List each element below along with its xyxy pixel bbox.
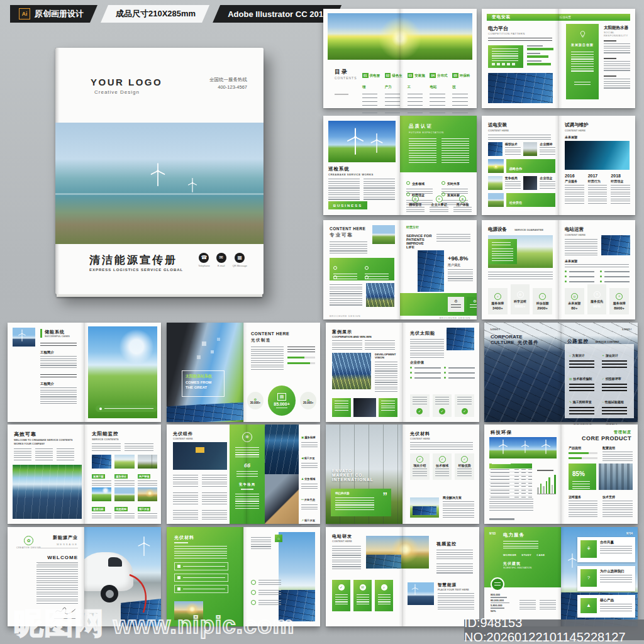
wind-turbine-icon	[567, 551, 577, 570]
text-lines	[569, 360, 594, 368]
page-right: 发展源自创新 太阳能热水器 SOCIAL RESPONSIBILITY	[558, 9, 635, 108]
header-bar: Ai 原创画册设计 成品尺寸210X285mm Adobe Illustrato…	[10, 5, 341, 23]
photo-caption-pill	[96, 405, 157, 412]
spread-power-service: N°03 电力服务 WORKER STUDY CASE 光伏建筑 SCIENTI…	[484, 527, 638, 626]
spread-power-equipment: 电源设备 SERVICE GUARANTEE ⌕服务保障3400+ ♻科学运维6…	[482, 220, 635, 319]
photo-solar-farm	[13, 465, 82, 519]
photo-floating-solar	[265, 425, 299, 474]
photo-thumb	[488, 176, 502, 190]
text-lines	[602, 360, 627, 368]
text-lines	[406, 207, 425, 212]
text-lines	[332, 340, 362, 350]
cover-title: 清洁能源宣传册	[89, 253, 177, 267]
toc-num: 04	[430, 73, 436, 78]
page-left: N°03 电力服务 WORKER STUDY CASE 光伏建筑 SCIENTI…	[484, 527, 561, 626]
page-kicker: CONTENT HERE	[251, 331, 289, 336]
page-left: CONTENT HERE 专业可靠 BROCHURE DESIGN	[323, 220, 400, 319]
quote-box-green: 我们的优势 ”	[331, 489, 391, 516]
spread-substation-install: 变电安装 行业前景 电力平台 COMPETITION PATTERN	[482, 9, 635, 108]
text-lines	[335, 497, 374, 511]
telephone-icon: ☎	[199, 253, 209, 263]
tag: STUDY	[521, 553, 531, 557]
text-lines	[40, 374, 77, 379]
percent-value: 85%	[572, 470, 585, 477]
timeline-year: 2016	[565, 174, 584, 178]
text-lines	[588, 185, 608, 204]
text-lines	[332, 546, 361, 571]
page-right: 光伏太阳能 企业价值 ✓ ✓ ✓	[402, 323, 479, 422]
service-label: 性能试验规程	[605, 400, 624, 404]
stat-value: 6800+	[515, 304, 526, 308]
stat-cards: ◎未来展望80+ ⚗服务优先96% ⚛服务保障8900+	[565, 288, 629, 314]
check-icon: ✓	[439, 408, 445, 414]
text-lines	[540, 181, 555, 190]
text-lines	[604, 61, 630, 72]
table-col	[514, 469, 519, 499]
cover-page-edges	[57, 294, 262, 297]
page-left: 科技环保	[484, 425, 561, 524]
photo-thumb	[114, 455, 134, 469]
stat-value: 8900+	[614, 306, 625, 310]
text-lines	[251, 347, 284, 372]
page-right: 电站运营 CONTENT HERE 未来展望 ◎未来展望80+ ⚗服务优先96%…	[558, 220, 635, 319]
stat-label: 科技创新	[536, 301, 549, 305]
recycle-icon: ♻	[517, 291, 524, 298]
search-icon: ⌕	[494, 293, 501, 300]
photo-wind-industry	[408, 582, 434, 605]
text-lines	[505, 181, 521, 190]
text-lines	[436, 564, 473, 574]
service-label: 招投标评审	[606, 377, 621, 380]
text-lines	[413, 469, 427, 477]
text-lines	[436, 550, 473, 560]
text-lines	[365, 340, 395, 350]
text-lines	[448, 269, 473, 282]
gear-icon: ⚙	[412, 196, 419, 203]
photo-solar-field	[366, 283, 394, 307]
text-lines	[488, 38, 552, 43]
page-title: 电站研发	[332, 533, 352, 540]
text-lines	[36, 562, 78, 604]
text-lines	[470, 304, 477, 308]
page-left: ENVATOMARKET CO.INTERNATIONAL 我们的优势 ”	[326, 425, 402, 524]
photo-tile-grid: 发展目标 服务保证 用户管理 需求分析 信息模型 项目开发	[92, 455, 157, 520]
smart-energy-block: 智慧能源 PLACE YOUR TEXT HERE	[438, 582, 474, 609]
page-subtitle: CONTENT HERE	[332, 540, 352, 543]
page-subtitle: CONTENT HERE	[173, 437, 193, 440]
wind-turbine-icon	[346, 125, 365, 157]
green-bar-label: 社会责任	[509, 201, 522, 204]
wind-turbine-icon	[370, 130, 384, 156]
page-title: 电源设备	[488, 226, 507, 233]
text-lines	[335, 401, 348, 412]
page-subtitle: CONTENT HERE	[565, 233, 586, 236]
icon-caption: Telephone	[198, 264, 209, 267]
cover-subtitle: EXPRESS LOGISTICS SERVICE GLOBAL	[89, 268, 183, 272]
stat-block: +96.8% 用户满意	[448, 252, 473, 282]
page-title: 光伏太阳能	[410, 330, 435, 336]
block-subtitle: FUTURE EXPECTATION	[409, 131, 444, 134]
text-lines	[569, 501, 597, 517]
welcome-word: WELCOME	[47, 555, 78, 560]
text-lines	[235, 447, 259, 458]
lightbulb-icon	[579, 30, 587, 38]
question-icon: ?	[580, 569, 597, 587]
sub-heading-en: SCIENTIFIC INNOVATION	[503, 567, 531, 569]
info-panel-green	[488, 45, 523, 68]
text-lines	[569, 407, 594, 414]
page-title: 科技环保	[491, 430, 512, 436]
info-card: ⚘ 合作共赢	[577, 537, 635, 562]
photo-thumb	[114, 487, 134, 501]
text-lines	[572, 481, 590, 489]
wind-turbine-icon	[150, 155, 166, 193]
photo-sunrise-solar-road	[366, 536, 429, 569]
car-window	[108, 557, 122, 567]
bullet-list	[410, 367, 441, 379]
bullet-list	[444, 367, 475, 379]
stat-label: 服务保障	[613, 301, 626, 305]
emblem-icon: ❋	[242, 432, 252, 442]
search-icon: ⌕	[381, 584, 387, 591]
page-right: 光伏材料 CONTENT HERE ✓项目介绍 ✓技术领域 ✓经验优势 商业解决…	[402, 425, 479, 524]
text-lines	[138, 513, 157, 518]
stat-value: 2900+	[537, 306, 548, 310]
progress-block	[287, 347, 315, 364]
thumb-label: 模型技术	[505, 142, 521, 146]
